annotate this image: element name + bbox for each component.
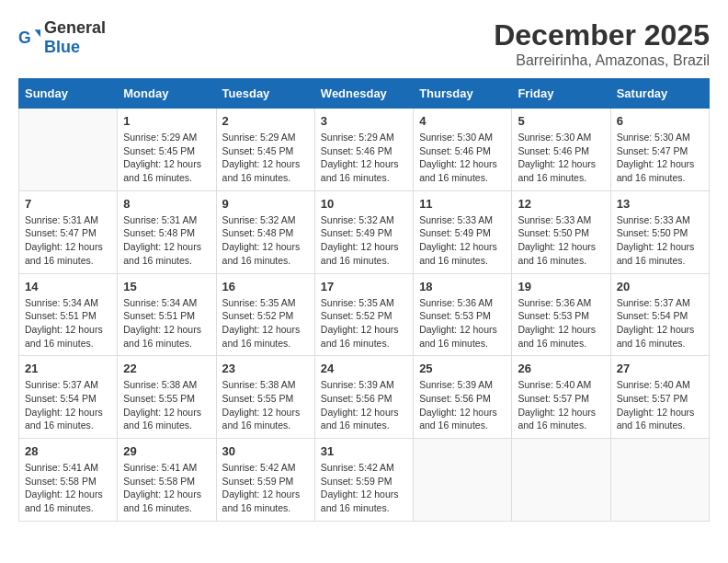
- calendar-cell: 16Sunrise: 5:35 AMSunset: 5:52 PMDayligh…: [216, 273, 314, 356]
- day-info: Sunrise: 5:38 AMSunset: 5:55 PMDaylight:…: [222, 378, 309, 432]
- day-number: 24: [321, 362, 407, 375]
- calendar-title-section: December 2025 Barreirinha, Amazonas, Bra…: [494, 18, 710, 69]
- day-number: 10: [321, 197, 407, 211]
- day-info: Sunrise: 5:29 AMSunset: 5:45 PMDaylight:…: [123, 131, 210, 185]
- calendar-cell: [610, 439, 709, 522]
- calendar-cell: 5Sunrise: 5:30 AMSunset: 5:46 PMDaylight…: [512, 109, 610, 191]
- day-info: Sunrise: 5:40 AMSunset: 5:57 PMDaylight:…: [518, 378, 604, 432]
- weekday-header-wednesday: Wednesday: [314, 79, 413, 109]
- calendar-cell: 3Sunrise: 5:29 AMSunset: 5:46 PMDaylight…: [314, 109, 413, 191]
- day-info: Sunrise: 5:41 AMSunset: 5:58 PMDaylight:…: [123, 461, 210, 515]
- calendar-cell: 26Sunrise: 5:40 AMSunset: 5:57 PMDayligh…: [512, 356, 610, 439]
- day-info: Sunrise: 5:37 AMSunset: 5:54 PMDaylight:…: [617, 296, 703, 350]
- day-info: Sunrise: 5:30 AMSunset: 5:47 PMDaylight:…: [617, 131, 703, 185]
- calendar-cell: 31Sunrise: 5:42 AMSunset: 5:59 PMDayligh…: [314, 439, 413, 522]
- calendar-cell: 18Sunrise: 5:36 AMSunset: 5:53 PMDayligh…: [414, 273, 512, 356]
- day-number: 28: [25, 444, 111, 458]
- day-number: 16: [222, 280, 309, 293]
- calendar-week-row-1: 1Sunrise: 5:29 AMSunset: 5:45 PMDaylight…: [19, 109, 710, 191]
- day-number: 9: [222, 197, 309, 211]
- calendar-cell: 24Sunrise: 5:39 AMSunset: 5:56 PMDayligh…: [314, 356, 413, 439]
- day-info: Sunrise: 5:42 AMSunset: 5:59 PMDaylight:…: [222, 461, 309, 515]
- day-number: 7: [25, 197, 111, 211]
- month-year-title: December 2025: [494, 18, 710, 52]
- calendar-cell: 20Sunrise: 5:37 AMSunset: 5:54 PMDayligh…: [610, 273, 709, 356]
- day-number: 26: [518, 362, 604, 375]
- day-info: Sunrise: 5:31 AMSunset: 5:47 PMDaylight:…: [25, 213, 111, 268]
- calendar-cell: 21Sunrise: 5:37 AMSunset: 5:54 PMDayligh…: [19, 356, 118, 439]
- day-number: 31: [321, 444, 407, 458]
- day-info: Sunrise: 5:34 AMSunset: 5:51 PMDaylight:…: [25, 296, 111, 350]
- calendar-cell: 12Sunrise: 5:33 AMSunset: 5:50 PMDayligh…: [512, 190, 610, 273]
- weekday-header-thursday: Thursday: [414, 79, 512, 109]
- day-info: Sunrise: 5:38 AMSunset: 5:55 PMDaylight:…: [123, 378, 210, 432]
- day-info: Sunrise: 5:32 AMSunset: 5:49 PMDaylight:…: [321, 213, 407, 268]
- calendar-cell: [512, 439, 610, 522]
- weekday-header-row: SundayMondayTuesdayWednesdayThursdayFrid…: [19, 79, 710, 109]
- weekday-header-saturday: Saturday: [610, 79, 709, 109]
- calendar-cell: [19, 109, 118, 191]
- day-info: Sunrise: 5:36 AMSunset: 5:53 PMDaylight:…: [419, 296, 506, 350]
- day-number: 21: [25, 362, 111, 375]
- calendar-cell: 22Sunrise: 5:38 AMSunset: 5:55 PMDayligh…: [118, 356, 216, 439]
- day-info: Sunrise: 5:33 AMSunset: 5:49 PMDaylight:…: [419, 213, 506, 268]
- calendar-week-row-3: 14Sunrise: 5:34 AMSunset: 5:51 PMDayligh…: [19, 273, 710, 356]
- day-info: Sunrise: 5:36 AMSunset: 5:53 PMDaylight:…: [518, 296, 604, 350]
- calendar-cell: 30Sunrise: 5:42 AMSunset: 5:59 PMDayligh…: [216, 439, 314, 522]
- day-number: 29: [123, 444, 210, 458]
- calendar-cell: 17Sunrise: 5:35 AMSunset: 5:52 PMDayligh…: [314, 273, 413, 356]
- calendar-week-row-5: 28Sunrise: 5:41 AMSunset: 5:58 PMDayligh…: [19, 439, 710, 522]
- day-info: Sunrise: 5:32 AMSunset: 5:48 PMDaylight:…: [222, 213, 309, 268]
- calendar-cell: 9Sunrise: 5:32 AMSunset: 5:48 PMDaylight…: [216, 190, 314, 273]
- calendar-cell: 7Sunrise: 5:31 AMSunset: 5:47 PMDaylight…: [19, 190, 118, 273]
- calendar-cell: 23Sunrise: 5:38 AMSunset: 5:55 PMDayligh…: [216, 356, 314, 439]
- calendar-week-row-4: 21Sunrise: 5:37 AMSunset: 5:54 PMDayligh…: [19, 356, 710, 439]
- weekday-header-tuesday: Tuesday: [216, 79, 314, 109]
- calendar-cell: 2Sunrise: 5:29 AMSunset: 5:45 PMDaylight…: [216, 109, 314, 191]
- day-number: 1: [123, 114, 210, 128]
- day-number: 5: [518, 114, 604, 128]
- calendar-cell: 11Sunrise: 5:33 AMSunset: 5:49 PMDayligh…: [414, 190, 512, 273]
- calendar-cell: 19Sunrise: 5:36 AMSunset: 5:53 PMDayligh…: [512, 273, 610, 356]
- day-info: Sunrise: 5:30 AMSunset: 5:46 PMDaylight:…: [518, 131, 604, 185]
- day-number: 4: [419, 114, 506, 128]
- calendar-cell: 1Sunrise: 5:29 AMSunset: 5:45 PMDaylight…: [118, 109, 216, 191]
- day-number: 11: [419, 197, 506, 211]
- day-info: Sunrise: 5:33 AMSunset: 5:50 PMDaylight:…: [617, 213, 703, 268]
- calendar-cell: 4Sunrise: 5:30 AMSunset: 5:46 PMDaylight…: [414, 109, 512, 191]
- day-number: 27: [617, 362, 703, 375]
- calendar-cell: 25Sunrise: 5:39 AMSunset: 5:56 PMDayligh…: [414, 356, 512, 439]
- day-number: 13: [617, 197, 703, 211]
- day-info: Sunrise: 5:35 AMSunset: 5:52 PMDaylight:…: [321, 296, 407, 350]
- calendar-cell: 14Sunrise: 5:34 AMSunset: 5:51 PMDayligh…: [19, 273, 118, 356]
- day-info: Sunrise: 5:41 AMSunset: 5:58 PMDaylight:…: [25, 461, 111, 515]
- logo-blue: Blue: [44, 38, 80, 56]
- day-info: Sunrise: 5:29 AMSunset: 5:46 PMDaylight:…: [321, 131, 407, 185]
- day-number: 30: [222, 444, 309, 458]
- location-subtitle: Barreirinha, Amazonas, Brazil: [494, 52, 710, 69]
- weekday-header-friday: Friday: [512, 79, 610, 109]
- svg-text:G: G: [18, 29, 31, 47]
- day-info: Sunrise: 5:30 AMSunset: 5:46 PMDaylight:…: [419, 131, 506, 185]
- calendar-cell: 15Sunrise: 5:34 AMSunset: 5:51 PMDayligh…: [118, 273, 216, 356]
- calendar-table: SundayMondayTuesdayWednesdayThursdayFrid…: [18, 78, 710, 522]
- day-info: Sunrise: 5:42 AMSunset: 5:59 PMDaylight:…: [321, 461, 407, 515]
- day-info: Sunrise: 5:35 AMSunset: 5:52 PMDaylight:…: [222, 296, 309, 350]
- weekday-header-sunday: Sunday: [19, 79, 118, 109]
- day-info: Sunrise: 5:29 AMSunset: 5:45 PMDaylight:…: [222, 131, 309, 185]
- day-info: Sunrise: 5:33 AMSunset: 5:50 PMDaylight:…: [518, 213, 604, 268]
- day-number: 22: [123, 362, 210, 375]
- logo-general: General: [44, 18, 106, 37]
- calendar-cell: 10Sunrise: 5:32 AMSunset: 5:49 PMDayligh…: [314, 190, 413, 273]
- day-number: 23: [222, 362, 309, 375]
- day-info: Sunrise: 5:34 AMSunset: 5:51 PMDaylight:…: [123, 296, 210, 350]
- day-info: Sunrise: 5:39 AMSunset: 5:56 PMDaylight:…: [419, 378, 506, 432]
- calendar-cell: 29Sunrise: 5:41 AMSunset: 5:58 PMDayligh…: [118, 439, 216, 522]
- day-number: 25: [419, 362, 506, 375]
- calendar-cell: 6Sunrise: 5:30 AMSunset: 5:47 PMDaylight…: [610, 109, 709, 191]
- calendar-week-row-2: 7Sunrise: 5:31 AMSunset: 5:47 PMDaylight…: [19, 190, 710, 273]
- weekday-header-monday: Monday: [118, 79, 216, 109]
- day-info: Sunrise: 5:37 AMSunset: 5:54 PMDaylight:…: [25, 378, 111, 432]
- day-number: 14: [25, 280, 111, 293]
- logo: G General Blue: [18, 18, 106, 57]
